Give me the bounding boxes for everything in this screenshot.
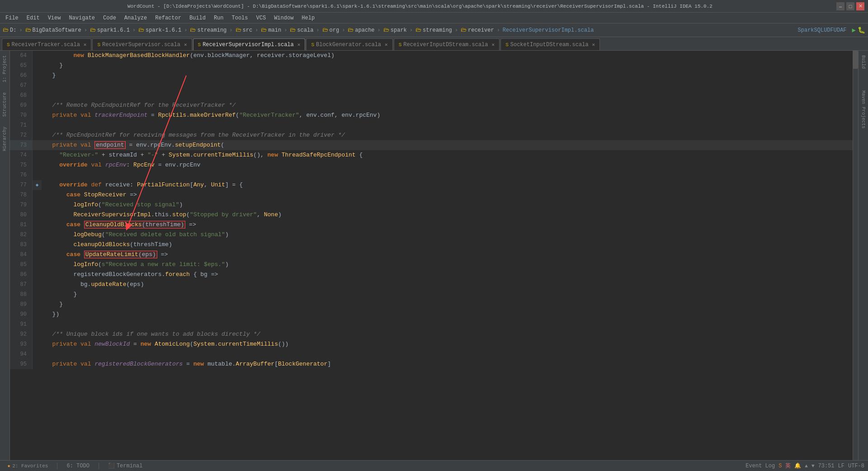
code-line-83: 83 cleanupOldBlocks(threshTime) — [10, 240, 853, 250]
breadcrumb-sep-4: › — [184, 27, 187, 33]
tab-close-3[interactable]: ✕ — [297, 42, 301, 48]
up-arrow-icon: ▲ — [805, 463, 808, 469]
menu-navigate[interactable]: Navigate — [65, 14, 99, 22]
folder-icon-2: 🗁 — [25, 27, 31, 33]
right-side-panel: Build Maven Projects — [858, 51, 868, 460]
code-line-76: 76 — [10, 170, 853, 180]
build-panel-tab[interactable]: Build — [860, 52, 867, 71]
event-log[interactable]: Event Log — [745, 463, 775, 469]
folder-icon-13: 🗁 — [461, 27, 467, 33]
menu-view[interactable]: View — [44, 14, 65, 22]
toolbar-breadcrumb-org[interactable]: 🗁 org — [322, 27, 340, 33]
editor-scrollbar[interactable] — [853, 51, 858, 460]
tab-receiverinputdstream[interactable]: S ReceiverInputDStream.scala ✕ — [394, 38, 500, 50]
code-line-86: 86 registeredBlockGenerators.foreach { b… — [10, 270, 853, 280]
toolbar-breadcrumb-spark[interactable]: 🗁 spark — [383, 27, 407, 33]
code-line-68: 68 — [10, 90, 853, 100]
run-icon[interactable]: ▶ — [852, 26, 856, 34]
code-line-78: 78 case StopReceiver => — [10, 190, 853, 200]
tab-receivertracker[interactable]: S ReceiverTracker.scala ✕ — [2, 38, 91, 50]
tab-close-2[interactable]: ✕ — [184, 42, 187, 48]
menu-file[interactable]: File — [2, 14, 22, 22]
encoding[interactable]: UTF-8 — [848, 463, 864, 469]
folder-icon-4: 🗁 — [138, 27, 144, 33]
breadcrumb-sep-3: › — [132, 27, 136, 33]
toolbar: 🗁 D: › 🗁 BigDataSoftware › 🗁 spark1.6.1 … — [0, 24, 868, 37]
toolbar-breadcrumb-spark161[interactable]: 🗁 spark1.6.1 — [90, 27, 130, 33]
debug-icon[interactable]: 🐛 — [858, 26, 865, 34]
code-line-66: 66 } — [10, 71, 853, 81]
menu-tools[interactable]: Tools — [228, 14, 252, 22]
breadcrumb-sep-12: › — [455, 27, 458, 33]
folder-icon-10: 🗁 — [348, 27, 354, 33]
breadcrumb-sep-10: › — [377, 27, 381, 33]
tab-icon-5: S — [399, 42, 402, 48]
toolbar-breadcrumb-scala[interactable]: 🗁 scala — [290, 27, 313, 33]
tab-icon-6: S — [505, 42, 509, 48]
menu-refactor[interactable]: Refactor — [151, 14, 185, 22]
menu-code[interactable]: Code — [99, 14, 120, 22]
tab-icon-3: S — [198, 42, 201, 48]
project-panel-tab[interactable]: 1: Project — [1, 52, 8, 85]
endpoint-highlight: endpoint — [94, 141, 125, 149]
code-line-73: 73 private val endpoint = env.rpcEnv.set… — [10, 140, 853, 150]
toolbar-breadcrumb-spark-161[interactable]: 🗁 spark-1.6.1 — [138, 27, 181, 33]
tab-blockgenerator[interactable]: S BlockGenerator.scala ✕ — [306, 38, 392, 50]
structure-panel-tab[interactable]: Structure — [1, 90, 8, 119]
terminal-tab[interactable]: ⬛ Terminal — [104, 461, 146, 470]
breadcrumb-sep-7: › — [284, 27, 287, 33]
toolbar-breadcrumb-file[interactable]: ReceiverSupervisorImpl.scala — [503, 27, 594, 33]
tab-close-1[interactable]: ✕ — [84, 42, 87, 48]
breadcrumb-sep-2: › — [84, 27, 87, 33]
minimize-button[interactable]: – — [836, 2, 844, 10]
tab-close-4[interactable]: ✕ — [385, 42, 388, 48]
maven-panel-tab[interactable]: Maven Projects — [860, 88, 867, 131]
window-controls: – □ ✕ — [836, 2, 864, 10]
code-line-89: 89 } — [10, 300, 853, 309]
folder-icon-5: 🗁 — [190, 27, 196, 33]
ime-indicator: 英 — [785, 462, 791, 470]
code-lines: 64 new BlockManagerBasedBlockHandler(env… — [10, 51, 853, 369]
toolbar-breadcrumb-streaming[interactable]: 🗁 streaming — [190, 27, 226, 33]
menu-run[interactable]: Run — [210, 14, 227, 22]
code-line-79: 79 logInfo("Received stop signal") — [10, 200, 853, 210]
terminal-label: Terminal — [117, 463, 143, 469]
scroll-thumb[interactable] — [853, 51, 858, 69]
close-button[interactable]: ✕ — [856, 2, 864, 10]
menu-build[interactable]: Build — [186, 14, 209, 22]
tab-socketinputdstream[interactable]: S SocketInputDStream.scala ✕ — [500, 38, 600, 50]
tab-close-6[interactable]: ✕ — [592, 42, 595, 48]
menu-bar: File Edit View Navigate Code Analyze Ref… — [0, 13, 868, 24]
todo-tab[interactable]: 6: TODO — [63, 462, 93, 470]
toolbar-breadcrumb-streaming2[interactable]: 🗁 streaming — [415, 27, 452, 33]
menu-vcs[interactable]: VCS — [253, 14, 270, 22]
menu-analyze[interactable]: Analyze — [121, 14, 151, 22]
folder-icon-11: 🗁 — [383, 27, 389, 33]
toolbar-breadcrumb-receiver[interactable]: 🗁 receiver — [461, 27, 494, 33]
toolbar-breadcrumb-D[interactable]: 🗁 D: — [3, 27, 16, 33]
line-ending[interactable]: LF — [838, 463, 844, 469]
menu-help[interactable]: Help — [298, 14, 318, 22]
tab-close-5[interactable]: ✕ — [492, 42, 495, 48]
scala-icon: S — [778, 463, 782, 469]
hierarchy-panel-tab[interactable]: Hierarchy — [1, 124, 8, 154]
toolbar-breadcrumb-main[interactable]: 🗁 main — [261, 27, 281, 33]
code-line-81: 81 case CleanupOldBlocks(threshTime) => — [10, 220, 853, 230]
menu-window[interactable]: Window — [270, 14, 297, 22]
tab-receiversupervisor[interactable]: S ReceiverSupervisor.scala ✕ — [92, 38, 192, 50]
time-display: 73:51 — [818, 463, 835, 469]
spark-profile[interactable]: SparkSQLUDFUDAF — [798, 27, 847, 33]
toolbar-breadcrumb-src[interactable]: 🗁 src — [236, 27, 253, 33]
tab-icon-4: S — [311, 42, 314, 48]
code-editor[interactable]: 64 new BlockManagerBasedBlockHandler(env… — [10, 51, 853, 460]
maximize-button[interactable]: □ — [846, 2, 854, 10]
toolbar-breadcrumb-apache[interactable]: 🗁 apache — [348, 27, 374, 33]
folder-icon-3: 🗁 — [90, 27, 96, 33]
toolbar-breadcrumb-BigDataSoftware[interactable]: 🗁 BigDataSoftware — [25, 27, 81, 33]
code-line-77: 77 ◆ override def receive: PartialFuncti… — [10, 180, 853, 190]
menu-edit[interactable]: Edit — [23, 14, 43, 22]
breadcrumb-sep-11: › — [410, 27, 413, 33]
favorites-tab[interactable]: ★ ★ 2: Favorites — [4, 461, 52, 470]
tab-receiversupervisorimpl[interactable]: S ReceiverSupervisorImpl.scala ✕ — [193, 38, 306, 50]
code-line-71: 71 — [10, 120, 853, 130]
